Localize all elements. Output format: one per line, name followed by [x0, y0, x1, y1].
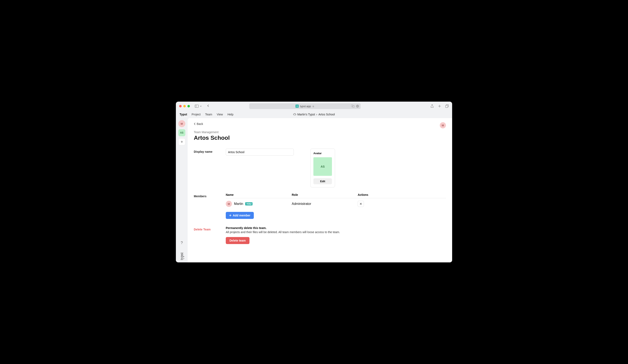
- table-header: Name Role Actions: [226, 193, 446, 198]
- table-row: M Martin YOU Administrator: [226, 198, 446, 210]
- section-label: Team Management: [194, 131, 446, 134]
- delete-team-button[interactable]: Delete team: [226, 237, 249, 244]
- member-role: Administrator: [292, 202, 358, 206]
- menu-help[interactable]: Help: [228, 113, 234, 116]
- svg-point-7: [357, 106, 358, 106]
- remove-member-button[interactable]: [358, 201, 364, 207]
- edit-avatar-button[interactable]: Edit: [314, 178, 332, 184]
- maximize-window-button[interactable]: [187, 105, 190, 107]
- delete-section-label: Delete Team: [194, 226, 226, 231]
- chevron-left-icon: [194, 123, 196, 125]
- breadcrumb-current[interactable]: Artos School: [318, 113, 335, 116]
- traffic-lights: [179, 105, 190, 107]
- menu-typst[interactable]: Typst: [180, 113, 187, 116]
- back-label: Back: [197, 122, 203, 126]
- members-table: Name Role Actions M Martin YOU Administr…: [226, 193, 446, 219]
- svg-rect-0: [195, 105, 199, 108]
- cloud-icon: [293, 113, 296, 116]
- avatar-label: Avatar: [314, 152, 332, 155]
- menubar: Typst Project Team View Help Martin's Ty…: [176, 111, 452, 118]
- more-icon[interactable]: [356, 104, 359, 108]
- sidebar-toggle-button[interactable]: [194, 104, 203, 108]
- delete-title: Permanently delete this team.: [226, 226, 446, 230]
- user-workspace-avatar[interactable]: M: [178, 120, 185, 127]
- display-name-label: Display name: [194, 148, 226, 156]
- svg-rect-4: [353, 106, 354, 107]
- app-area: M AS ? typst Back M Team Management Arto…: [176, 118, 452, 262]
- translate-icon[interactable]: [351, 104, 355, 108]
- header-name: Name: [226, 193, 292, 196]
- main-panel: Back M Team Management Artos School Disp…: [188, 118, 452, 262]
- delete-description: All projects and their files will be del…: [226, 230, 446, 234]
- close-icon: [360, 203, 362, 205]
- help-button[interactable]: ?: [181, 241, 183, 245]
- tabs-icon[interactable]: [445, 104, 449, 108]
- svg-point-6: [357, 106, 357, 106]
- team-workspace-avatar[interactable]: AS: [178, 129, 185, 136]
- minimize-window-button[interactable]: [183, 105, 186, 107]
- add-workspace-button[interactable]: [178, 138, 185, 145]
- typst-logo: typst: [179, 252, 184, 260]
- member-avatar: M: [226, 201, 232, 207]
- chevron-left-icon: [207, 104, 210, 107]
- you-badge: YOU: [245, 202, 252, 206]
- menu-project[interactable]: Project: [192, 113, 201, 116]
- back-link[interactable]: Back: [194, 122, 446, 126]
- browser-window: t typst.app Typst Project Team View Help…: [176, 102, 452, 262]
- share-icon[interactable]: [430, 104, 434, 108]
- add-member-button[interactable]: Add member: [226, 212, 254, 219]
- header-actions: Actions: [358, 193, 446, 196]
- plus-icon: [180, 140, 183, 143]
- user-avatar[interactable]: M: [440, 122, 446, 128]
- url-text: typst.app: [300, 105, 311, 108]
- members-label: Members: [194, 193, 226, 198]
- breadcrumb: Martin's Typst › Artos School: [293, 113, 335, 116]
- lock-icon: [312, 105, 314, 107]
- svg-rect-3: [351, 105, 353, 107]
- svg-point-8: [358, 106, 358, 106]
- left-sidebar: M AS ? typst: [176, 118, 188, 262]
- page-title: Artos School: [194, 135, 446, 141]
- url-bar[interactable]: t typst.app: [249, 103, 361, 109]
- breadcrumb-separator: ›: [316, 113, 317, 116]
- browser-chrome: t typst.app: [176, 102, 452, 111]
- browser-back-button[interactable]: [206, 103, 211, 109]
- avatar-card: Avatar AS Edit: [310, 148, 335, 187]
- svg-rect-9: [446, 105, 448, 108]
- svg-rect-2: [313, 106, 314, 107]
- display-name-input[interactable]: [226, 148, 294, 156]
- close-window-button[interactable]: [179, 105, 182, 107]
- chevron-down-icon: [200, 105, 202, 107]
- add-member-label: Add member: [233, 214, 250, 217]
- sidebar-icon: [195, 105, 199, 108]
- member-name-cell: M Martin YOU: [226, 201, 292, 207]
- plus-icon: [229, 214, 232, 217]
- breadcrumb-workspace[interactable]: Martin's Typst: [297, 113, 315, 116]
- header-role: Role: [292, 193, 358, 196]
- avatar-preview: AS: [314, 157, 332, 176]
- menu-view[interactable]: View: [217, 113, 223, 116]
- menu-team[interactable]: Team: [205, 113, 212, 116]
- new-tab-icon[interactable]: [438, 104, 441, 108]
- member-name: Martin: [234, 202, 243, 206]
- site-icon: t: [296, 104, 299, 108]
